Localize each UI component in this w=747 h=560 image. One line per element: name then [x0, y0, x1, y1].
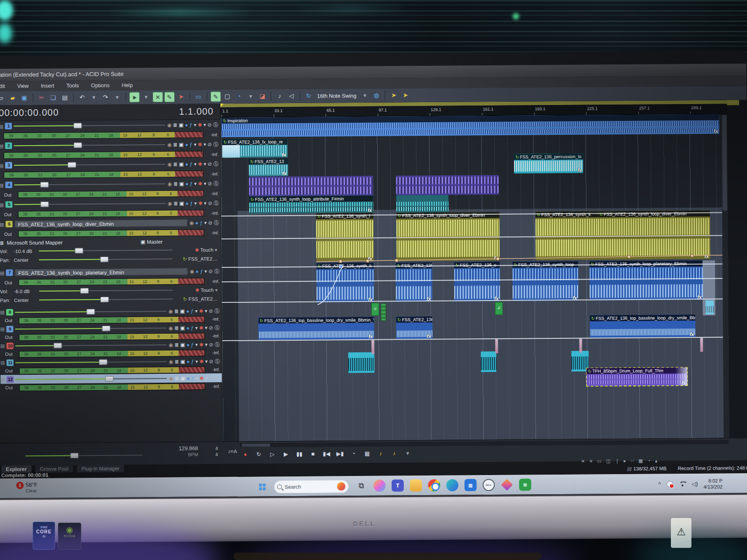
envelope-tool-icon[interactable]: ✎ — [211, 91, 221, 102]
menu-tools[interactable]: Tools — [66, 83, 79, 88]
solo-icon[interactable]: Ⓢ — [215, 340, 220, 349]
mute-icon[interactable]: ● — [196, 267, 199, 275]
play-from-start-button[interactable]: ▷ — [267, 449, 277, 459]
caret-down-icon[interactable]: ▾ — [194, 160, 197, 168]
fx-badge[interactable]: fx — [368, 334, 373, 339]
square-icon[interactable]: ▣ — [179, 121, 184, 129]
play-button[interactable]: ▶ — [281, 449, 291, 459]
redo-caret-icon[interactable]: ▾ — [112, 92, 122, 103]
search-box[interactable]: Search — [274, 480, 349, 493]
square-icon[interactable]: ▣ — [179, 199, 184, 208]
event-marker[interactable] — [700, 338, 703, 352]
task-view-icon[interactable]: ⧉ — [355, 480, 367, 492]
automation-mode[interactable]: ✱ Touch ▾ — [175, 287, 218, 293]
event-marker[interactable] — [372, 340, 374, 354]
track-fx-icon[interactable]: ƒ — [191, 374, 194, 382]
open-file-icon[interactable]: ▰ — [7, 93, 18, 103]
track-eq-icon[interactable]: ≣ — [174, 199, 178, 208]
audio-clip[interactable]: ↻FSS_ATE2_136_top_bassline_loop_dry_smil… — [258, 317, 374, 340]
square-icon[interactable]: ▣ — [180, 323, 185, 332]
recording-tray-icon[interactable] — [666, 481, 673, 487]
track-number-badge[interactable]: 4 — [6, 182, 13, 188]
track-strip-10[interactable]: ▤ 10 ◉≣▣●ƒ▾✱▾⊘Ⓢ Out 39363330272421181512… — [0, 340, 222, 358]
mute-icon[interactable]: ● — [185, 160, 189, 168]
caret-down-icon[interactable]: ▾ — [195, 357, 198, 365]
record-arm-icon[interactable]: ◉ — [190, 219, 194, 227]
square-icon[interactable]: ▣ — [179, 180, 184, 188]
fx-badge[interactable]: fx — [282, 152, 286, 157]
caret-down-icon[interactable]: ▾ — [204, 199, 207, 207]
track-number-badge[interactable]: 3 — [5, 162, 12, 168]
bypass-icon[interactable]: ⊘ — [207, 140, 211, 148]
mixing-console-button[interactable]: ▦ — [362, 448, 372, 459]
paint-tool-icon[interactable]: ✎ — [164, 92, 175, 102]
status-icon[interactable]: ❘ — [615, 458, 619, 463]
audio-clip[interactable]: ↻FSS_ATE2_136_synth_kfx — [316, 263, 374, 302]
track-volume-slider[interactable] — [14, 181, 166, 188]
record-arm-icon[interactable]: ◉ — [169, 307, 173, 315]
track-minimize-icon[interactable]: ▤ — [0, 377, 5, 382]
status-icon[interactable]: ◫ — [606, 458, 611, 463]
track-strip-6[interactable]: ▤ 6 FSS_ATE2_136_synth_loop_diver_Ebmin … — [0, 217, 221, 265]
cut-icon[interactable]: ✂ — [36, 93, 47, 103]
swing-icon[interactable]: ↻ — [303, 91, 314, 101]
record-button[interactable]: ● — [240, 449, 250, 460]
caret-down-icon[interactable]: ▾ — [205, 374, 208, 382]
bypass-icon[interactable]: ⊘ — [209, 374, 213, 382]
new-file-icon[interactable]: ▱ — [0, 93, 6, 103]
track-eq-icon[interactable]: ≣ — [175, 357, 179, 365]
paste-icon[interactable]: ▤ — [60, 92, 70, 103]
track-eq-icon[interactable]: ≣ — [174, 307, 178, 315]
mute-icon[interactable]: ● — [187, 374, 190, 382]
whats-this-icon[interactable]: ➤ — [388, 90, 399, 100]
track-strip-5[interactable]: ▤ 5 ◉≣▣●ƒ▾✱▾⊘Ⓢ Out 393633302724211815129… — [0, 198, 221, 219]
track-volume-slider[interactable] — [15, 358, 167, 365]
fx-badge[interactable]: fx — [705, 253, 709, 259]
bypass-icon[interactable]: ⊘ — [208, 267, 212, 275]
track-volume-slider[interactable] — [14, 122, 165, 129]
dell-icon[interactable]: DELL — [483, 479, 495, 491]
solo-icon[interactable]: Ⓢ — [213, 179, 218, 188]
stop-button[interactable]: ■ — [308, 449, 318, 459]
caret-down-icon[interactable]: ▾ — [204, 179, 206, 188]
caret-down-icon[interactable]: ▾ — [205, 357, 208, 365]
record-arm-icon[interactable]: ◉ — [167, 121, 172, 129]
volume-fader[interactable] — [39, 247, 172, 254]
undo-caret-icon[interactable]: ▾ — [89, 92, 99, 103]
menu-edit[interactable]: Edit — [0, 83, 5, 89]
draw-tool-icon[interactable]: ➤ — [129, 92, 140, 102]
fx-chain[interactable]: ↻ FSS_ATE2… — [175, 296, 218, 302]
record-arm-icon[interactable]: ◉ — [169, 357, 173, 365]
edge-icon[interactable] — [446, 479, 458, 491]
audio-clip[interactable]: ↻FSS_ATE2_13fx — [249, 158, 288, 176]
marker-tool-button[interactable]: ♪ — [375, 448, 386, 459]
pan-fader[interactable] — [39, 256, 172, 263]
track-minimize-icon[interactable]: ▤ — [0, 326, 5, 331]
audio-clip[interactable]: ↻FSS_ATE2_136_percussion_lofx — [514, 154, 583, 174]
gear-icon[interactable]: ✱ — [199, 357, 204, 365]
monitor-widget-icon[interactable]: ▦ — [519, 478, 531, 490]
mute-icon[interactable]: ● — [195, 218, 198, 227]
square-icon[interactable]: ▣ — [180, 340, 185, 349]
track-minimize-icon[interactable]: ▤ — [0, 182, 4, 188]
fx-badge[interactable]: fx — [367, 207, 372, 213]
mute-icon[interactable]: ● — [186, 323, 190, 332]
audio-preview-icon[interactable]: ◁ — [286, 91, 296, 101]
pan-row[interactable]: Pan: Center ↻ FSS_ATE2… — [0, 294, 221, 305]
caret-down-icon[interactable]: ▾ — [204, 160, 206, 168]
audio-clip[interactable]: ↻Inspirationfx — [221, 114, 719, 137]
mute-icon[interactable]: ● — [186, 307, 190, 315]
solo-icon[interactable]: Ⓢ — [213, 160, 218, 168]
mute-icon[interactable]: ● — [185, 121, 188, 129]
track-strip-3[interactable]: ▤ 3 ◉≣▣●ƒ▾✱▾⊘Ⓢ 3936333027242118151296 -I… — [0, 159, 220, 180]
track-strip-1[interactable]: ▤ 1 ◉≣▣●ƒ▾✱▾⊘Ⓢ 3936333027242118151296 -I… — [0, 119, 220, 141]
audio-clip[interactable] — [481, 351, 496, 372]
track-strip-11[interactable]: ▤ 11 ◉≣▣●ƒ▾✱▾⊘Ⓢ Out 39363330272421181512… — [0, 357, 222, 375]
audio-clip[interactable]: ↻FSS_ATE2_136_sfx — [395, 262, 432, 302]
track-eq-icon[interactable]: ≣ — [175, 340, 179, 349]
audio-clip[interactable]: ↻TFH_85bpm_Drum_Loop_Full_Thinfx — [586, 367, 687, 386]
track-eq-icon[interactable]: ≣ — [173, 160, 177, 168]
track-volume-slider[interactable] — [15, 341, 167, 349]
fx-badge[interactable]: fx — [282, 170, 287, 176]
caret-down-icon[interactable]: ▾ — [195, 323, 198, 332]
